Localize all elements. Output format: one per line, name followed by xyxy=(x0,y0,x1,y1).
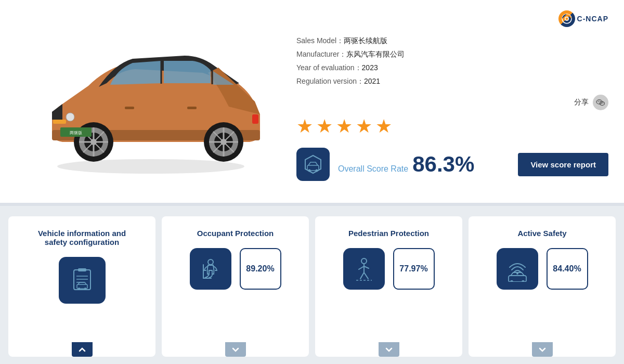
svg-point-33 xyxy=(600,101,601,102)
svg-point-5 xyxy=(66,113,74,121)
pedestrian-expand-button[interactable] xyxy=(379,342,399,357)
svg-text:两驱版: 两驱版 xyxy=(70,131,82,135)
pedestrian-protection-title: Pedestrian Protection xyxy=(348,229,429,238)
svg-point-48 xyxy=(208,259,213,265)
score-label-area: Overall Score Rate 86.3% xyxy=(338,152,474,177)
vehicle-info-icon-box xyxy=(59,257,106,304)
svg-rect-25 xyxy=(125,107,134,109)
svg-point-47 xyxy=(84,288,86,290)
svg-rect-26 xyxy=(187,107,197,109)
score-row: Overall Score Rate 86.3% View score repo… xyxy=(296,148,608,181)
share-row: 分享 xyxy=(296,95,608,110)
sales-model-label: Sales Model： xyxy=(296,36,344,45)
svg-point-34 xyxy=(601,103,602,104)
svg-rect-6 xyxy=(252,114,258,124)
bottom-section: Vehicle information andsafety configurat… xyxy=(0,206,624,364)
svg-rect-41 xyxy=(78,268,86,271)
svg-point-29 xyxy=(565,18,568,20)
sales-model-row: Sales Model：两驱长续航版 xyxy=(296,36,608,46)
occupant-protection-title: Occupant Protection xyxy=(197,229,274,238)
view-score-report-button[interactable]: View score report xyxy=(518,153,608,176)
logo-circle-icon xyxy=(558,10,575,27)
svg-point-35 xyxy=(603,103,604,104)
vehicle-info-title: Vehicle information andsafety configurat… xyxy=(38,229,126,246)
regulation-label: Regulation version： xyxy=(296,77,364,85)
active-safety-title: Active Safety xyxy=(517,229,566,238)
stars-row: ★ ★ ★ ★ ★ xyxy=(296,115,608,137)
regulation-value: 2021 xyxy=(364,77,380,85)
active-safety-card: Active Safety 84.40% xyxy=(469,216,616,357)
regulation-row: Regulation version：2021 xyxy=(296,77,608,86)
score-icon-box xyxy=(296,148,330,181)
logo-label: C-NCAP xyxy=(577,15,608,23)
pedestrian-icon-box xyxy=(343,248,385,290)
manufacturer-row: Manufacturer：东风汽车有限公司 xyxy=(296,50,608,59)
occupant-expand-button[interactable] xyxy=(225,342,246,357)
manufacturer-label: Manufacturer： xyxy=(296,50,346,58)
svg-point-46 xyxy=(78,288,80,290)
vehicle-info-expand-button[interactable] xyxy=(72,342,93,357)
svg-point-0 xyxy=(57,159,244,174)
star-2: ★ xyxy=(316,115,333,137)
car-image-area: 两驱版 xyxy=(16,10,286,192)
occupant-percent-box: 89.20% xyxy=(240,248,281,290)
info-area: C-NCAP Sales Model：两驱长续航版 Manufacturer：东… xyxy=(286,10,608,192)
year-label: Year of evaluation： xyxy=(296,63,362,72)
star-5: ★ xyxy=(375,115,392,137)
vehicle-info-content xyxy=(59,257,106,304)
active-safety-expand-button[interactable] xyxy=(532,342,553,357)
star-4: ★ xyxy=(356,115,372,137)
svg-point-38 xyxy=(308,170,311,172)
active-safety-icon-box xyxy=(497,248,538,290)
star-3: ★ xyxy=(336,115,353,137)
occupant-icon-box xyxy=(190,248,231,290)
svg-point-51 xyxy=(361,258,367,264)
svg-rect-40 xyxy=(74,270,90,290)
overall-score-label: Overall Score Rate xyxy=(338,164,408,174)
share-label: 分享 xyxy=(574,98,589,107)
svg-rect-4 xyxy=(53,120,66,124)
occupant-protection-card: Occupant Protection xyxy=(162,216,309,357)
year-row: Year of evaluation：2023 xyxy=(296,63,608,73)
occupant-protection-content: 89.20% xyxy=(190,248,281,290)
car-image: 两驱版 xyxy=(31,23,270,179)
pedestrian-protection-card: Pedestrian Protection 77. xyxy=(315,216,462,357)
sales-model-value: 两驱长续航版 xyxy=(344,36,387,45)
pedestrian-percent-box: 77.97% xyxy=(393,248,435,290)
svg-point-32 xyxy=(598,101,599,102)
svg-point-56 xyxy=(510,280,513,282)
year-value: 2023 xyxy=(362,63,378,72)
top-section: 两驱版 C-NCAP Sales xyxy=(0,0,624,203)
cncap-logo: C-NCAP xyxy=(558,10,608,27)
active-safety-percent-box: 84.40% xyxy=(547,248,588,290)
pedestrian-protection-content: 77.97% xyxy=(343,248,435,290)
wechat-share-icon[interactable] xyxy=(593,95,608,110)
overall-score-value: 86.3% xyxy=(412,152,474,177)
active-safety-content: 84.40% xyxy=(497,248,588,290)
vehicle-info-card: Vehicle information andsafety configurat… xyxy=(8,216,155,357)
svg-point-57 xyxy=(522,280,525,282)
star-1: ★ xyxy=(296,115,313,137)
manufacturer-value: 东风汽车有限公司 xyxy=(346,50,405,58)
svg-point-39 xyxy=(316,170,318,172)
car-meta: Sales Model：两驱长续航版 Manufacturer：东风汽车有限公司… xyxy=(296,36,608,86)
